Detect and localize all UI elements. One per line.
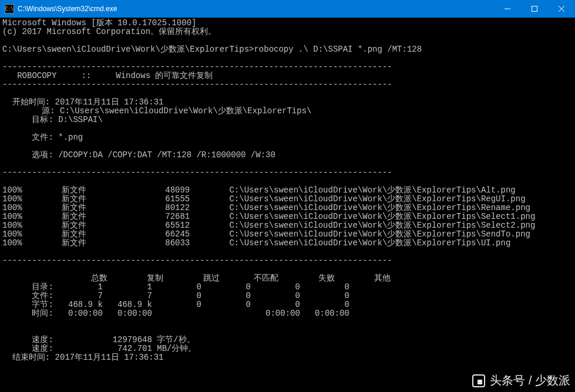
window-controls — [494, 0, 575, 18]
options-line: 选项: /DCOPY:DA /COPY:DAT /MT:128 /R:10000… — [2, 150, 275, 160]
watermark: 头条号 / 少数派 — [472, 373, 570, 388]
end-time: 结束时间: 2017年11月11日 17:36:31 — [2, 353, 163, 362]
svg-rect-1 — [532, 6, 537, 12]
summary-bytes: 字节: 468.9 k 468.9 k 0 0 0 0 — [2, 300, 349, 309]
summary-dir: 目录: 1 1 0 0 0 0 — [2, 282, 349, 292]
summary-file: 文件: 7 7 0 0 0 0 — [2, 291, 349, 300]
files-pattern: 文件: *.png — [2, 133, 83, 142]
divider: ----------------------------------------… — [2, 168, 392, 177]
speed-line-2: 速度: 742.701 MB/分钟。 — [2, 344, 196, 353]
titlebar[interactable]: C:\ C:\Windows\System32\cmd.exe — [0, 0, 575, 18]
summary-time: 时间: 0:00:00 0:00:00 0:00:00 0:00:00 — [2, 309, 349, 318]
ms-header-1: Microsoft Windows [版本 10.0.17025.1000] — [2, 18, 196, 28]
window-icon: C:\ — [5, 4, 14, 13]
close-button[interactable] — [548, 0, 575, 18]
prompt-line: C:\Users\sween\iCloudDrive\Work\少数派\Expl… — [2, 45, 422, 54]
divider: ----------------------------------------… — [2, 256, 392, 265]
summary-header: 总数 复制 跳过 不匹配 失败 其他 — [2, 273, 391, 283]
divider: ----------------------------------------… — [2, 80, 392, 89]
watermark-icon — [472, 374, 485, 387]
ms-header-2: (c) 2017 Microsoft Corporation。保留所有权利。 — [2, 27, 216, 36]
window-title: C:\Windows\System32\cmd.exe — [18, 5, 494, 13]
terminal-output[interactable]: Microsoft Windows [版本 10.0.17025.1000] (… — [0, 18, 575, 392]
maximize-button[interactable] — [521, 0, 548, 18]
watermark-text: 头条号 / 少数派 — [490, 373, 570, 388]
divider: ----------------------------------------… — [2, 62, 392, 72]
file-list: 100% 新文件 48099 C:\Users\sween\iCloudDriv… — [2, 185, 535, 248]
minimize-button[interactable] — [494, 0, 521, 18]
target-path: 目标: D:\SSPAI\ — [2, 115, 103, 124]
source-path: 源: C:\Users\sween\iCloudDrive\Work\少数派\E… — [2, 106, 311, 116]
start-time: 开始时间: 2017年11月11日 17:36:31 — [2, 97, 163, 107]
robocopy-title: ROBOCOPY :: Windows 的可靠文件复制 — [2, 71, 213, 80]
speed-line-1: 速度: 12979648 字节/秒。 — [2, 335, 195, 344]
cmd-window: C:\ C:\Windows\System32\cmd.exe Microsof… — [0, 0, 575, 392]
